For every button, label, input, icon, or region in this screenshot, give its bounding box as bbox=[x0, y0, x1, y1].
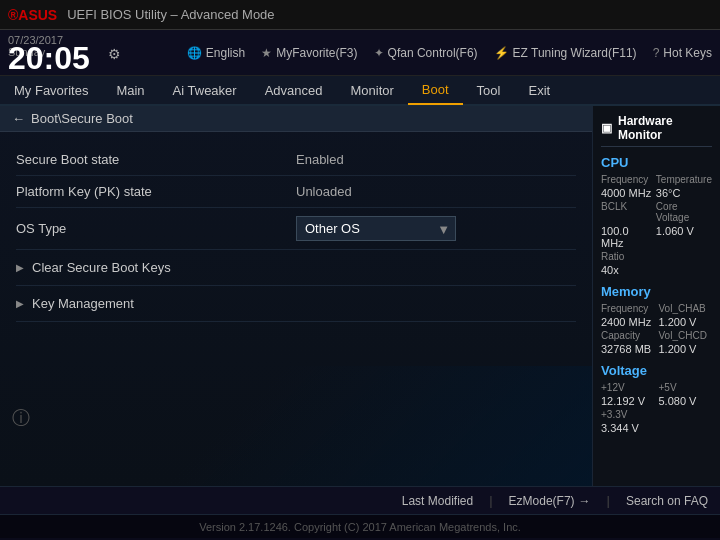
background-decoration bbox=[0, 366, 592, 486]
clear-secure-boot-keys[interactable]: ▶ Clear Secure Boot Keys bbox=[16, 250, 576, 286]
cpu-freq-value: 4000 MHz bbox=[601, 187, 652, 199]
hw-monitor-icon: ▣ bbox=[601, 121, 612, 135]
ez-mode-icon: → bbox=[579, 494, 591, 508]
key-management[interactable]: ▶ Key Management bbox=[16, 286, 576, 322]
nav-boot[interactable]: Boot bbox=[408, 75, 463, 105]
hw-monitor-label: Hardware Monitor bbox=[618, 114, 712, 142]
mem-cap-value: 32768 MB bbox=[601, 343, 655, 355]
platform-key-state-label: Platform Key (PK) state bbox=[16, 184, 296, 199]
nav-main[interactable]: Main bbox=[102, 75, 158, 105]
info-icon[interactable]: ⓘ bbox=[12, 406, 30, 430]
breadcrumb-arrow: ← bbox=[12, 111, 25, 126]
mem-vol-chcd-value: 1.200 V bbox=[659, 343, 713, 355]
expand-icon-key: ▶ bbox=[16, 298, 24, 309]
search-faq-button[interactable]: Search on FAQ bbox=[626, 494, 708, 508]
ez-mode-button[interactable]: EzMode(F7) → bbox=[509, 494, 591, 508]
clock-display: 20:05 bbox=[8, 40, 90, 77]
v33-value2 bbox=[659, 422, 713, 434]
cpu-temp-label: Temperature bbox=[656, 174, 712, 185]
last-modified-button[interactable]: Last Modified bbox=[402, 494, 473, 508]
v12-label: +12V bbox=[601, 382, 655, 393]
cpu-ratio-label: Ratio bbox=[601, 251, 652, 262]
cpu-freq-label: Frequency bbox=[601, 174, 652, 185]
os-type-label: OS Type bbox=[16, 221, 296, 236]
divider-2: | bbox=[607, 493, 610, 508]
cpu-temp-value: 36°C bbox=[656, 187, 712, 199]
favorites-icon: ★ bbox=[261, 46, 272, 60]
ez-tuning-icon: ⚡ bbox=[494, 46, 509, 60]
os-type-dropdown-wrapper: Other OS Windows UEFI Mode ▼ bbox=[296, 216, 456, 241]
asus-logo: ®ASUS bbox=[8, 7, 57, 23]
secure-boot-state-row: Secure Boot state Enabled bbox=[16, 144, 576, 176]
mem-vol-chab-label: Vol_CHAB bbox=[659, 303, 713, 314]
clock-gear-icon[interactable]: ⚙ bbox=[108, 46, 121, 62]
bottom-bar: Last Modified | EzMode(F7) → | Search on… bbox=[0, 486, 720, 514]
qfan-icon: ✦ bbox=[374, 46, 384, 60]
os-type-row: OS Type Other OS Windows UEFI Mode ▼ bbox=[16, 208, 576, 250]
cpu-core-volt-label: Core Voltage bbox=[656, 201, 712, 223]
nav-my-favorites[interactable]: My Favorites bbox=[0, 75, 102, 105]
hot-keys-icon: ? bbox=[653, 46, 660, 60]
cpu-ratio-label2 bbox=[656, 251, 712, 262]
clear-secure-boot-label: Clear Secure Boot Keys bbox=[32, 260, 171, 275]
os-type-dropdown[interactable]: Other OS Windows UEFI Mode bbox=[296, 216, 456, 241]
v33-label2 bbox=[659, 409, 713, 420]
expand-icon-clear: ▶ bbox=[16, 262, 24, 273]
cpu-section-title: CPU bbox=[601, 155, 712, 170]
cpu-ratio-value2 bbox=[656, 264, 712, 276]
hardware-monitor-panel: ▣ Hardware Monitor CPU Frequency Tempera… bbox=[592, 106, 720, 486]
language-selector[interactable]: 🌐 English bbox=[187, 46, 245, 60]
mem-cap-label: Capacity bbox=[601, 330, 655, 341]
memory-section-title: Memory bbox=[601, 284, 712, 299]
cpu-bclk-value: 100.0 MHz bbox=[601, 225, 652, 249]
breadcrumb-path: Boot\Secure Boot bbox=[31, 111, 133, 126]
secure-boot-state-label: Secure Boot state bbox=[16, 152, 296, 167]
hw-monitor-title: ▣ Hardware Monitor bbox=[601, 114, 712, 147]
v5-value: 5.080 V bbox=[659, 395, 713, 407]
topbar: ®ASUS UEFI BIOS Utility – Advanced Mode bbox=[0, 0, 720, 30]
language-icon: 🌐 bbox=[187, 46, 202, 60]
nav-monitor[interactable]: Monitor bbox=[337, 75, 408, 105]
cpu-ratio-value: 40x bbox=[601, 264, 652, 276]
mem-freq-value: 2400 MHz bbox=[601, 316, 655, 328]
voltage-grid: +12V +5V 12.192 V 5.080 V +3.3V 3.344 V bbox=[601, 382, 712, 434]
ez-tuning-label: EZ Tuning Wizard(F11) bbox=[513, 46, 637, 60]
footer: Version 2.17.1246. Copyright (C) 2017 Am… bbox=[0, 514, 720, 538]
mem-freq-label: Frequency bbox=[601, 303, 655, 314]
platform-key-state-value: Unloaded bbox=[296, 184, 352, 199]
secure-boot-state-value: Enabled bbox=[296, 152, 344, 167]
top-info-bar: 🌐 English ★ MyFavorite(F3) ✦ Qfan Contro… bbox=[187, 46, 712, 60]
main-area: ← Boot\Secure Boot Secure Boot state Ena… bbox=[0, 106, 720, 486]
footer-text: Version 2.17.1246. Copyright (C) 2017 Am… bbox=[199, 521, 521, 533]
ez-tuning-button[interactable]: ⚡ EZ Tuning Wizard(F11) bbox=[494, 46, 637, 60]
hot-keys-label: Hot Keys bbox=[663, 46, 712, 60]
v12-value: 12.192 V bbox=[601, 395, 655, 407]
breadcrumb[interactable]: ← Boot\Secure Boot bbox=[0, 106, 592, 132]
voltage-section-title: Voltage bbox=[601, 363, 712, 378]
qfan-button[interactable]: ✦ Qfan Control(F6) bbox=[374, 46, 478, 60]
nav-exit[interactable]: Exit bbox=[514, 75, 564, 105]
v33-value: 3.344 V bbox=[601, 422, 655, 434]
ez-mode-label: EzMode(F7) bbox=[509, 494, 575, 508]
v5-label: +5V bbox=[659, 382, 713, 393]
favorites-button[interactable]: ★ MyFavorite(F3) bbox=[261, 46, 357, 60]
bios-title: UEFI BIOS Utility – Advanced Mode bbox=[67, 7, 712, 22]
nav-ai-tweaker[interactable]: Ai Tweaker bbox=[159, 75, 251, 105]
nav-tool[interactable]: Tool bbox=[463, 75, 515, 105]
hot-keys-button[interactable]: ? Hot Keys bbox=[653, 46, 712, 60]
key-management-label: Key Management bbox=[32, 296, 134, 311]
favorites-label: MyFavorite(F3) bbox=[276, 46, 357, 60]
cpu-core-volt-value: 1.060 V bbox=[656, 225, 712, 249]
mem-vol-chcd-label: Vol_CHCD bbox=[659, 330, 713, 341]
left-panel: ← Boot\Secure Boot Secure Boot state Ena… bbox=[0, 106, 592, 486]
nav-advanced[interactable]: Advanced bbox=[251, 75, 337, 105]
qfan-label: Qfan Control(F6) bbox=[388, 46, 478, 60]
memory-grid: Frequency Vol_CHAB 2400 MHz 1.200 V Capa… bbox=[601, 303, 712, 355]
language-label: English bbox=[206, 46, 245, 60]
cpu-bclk-label: BCLK bbox=[601, 201, 652, 223]
mem-vol-chab-value: 1.200 V bbox=[659, 316, 713, 328]
navbar: My Favorites Main Ai Tweaker Advanced Mo… bbox=[0, 76, 720, 106]
cpu-grid: Frequency Temperature 4000 MHz 36°C BCLK… bbox=[601, 174, 712, 276]
timebar: 07/23/2017Sunday 20:05 ⚙ 🌐 English ★ MyF… bbox=[0, 30, 720, 76]
divider-1: | bbox=[489, 493, 492, 508]
